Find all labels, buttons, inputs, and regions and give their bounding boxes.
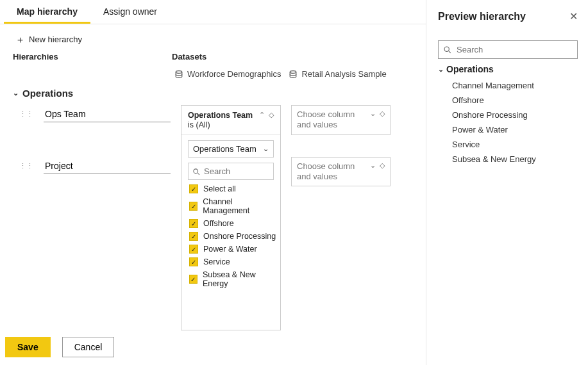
dropdown-header[interactable]: Operations Team is (All) ⌃ ◇ <box>181 106 280 135</box>
cancel-button[interactable]: Cancel <box>62 337 115 357</box>
checkbox-checked[interactable]: ✓ <box>189 275 197 284</box>
close-icon[interactable]: ✕ <box>569 10 578 22</box>
dropdown-scope: is (All) <box>188 120 210 129</box>
level-name-input[interactable] <box>44 158 171 174</box>
dataset-icon <box>289 70 298 79</box>
hierarchy-expander[interactable]: ⌄ Operations <box>13 84 73 105</box>
dropdown-option[interactable]: ✓ Select all <box>189 182 276 195</box>
hierarchy-name: Operations <box>22 88 73 99</box>
chevron-down-icon: ⌄ <box>438 65 444 74</box>
eraser-icon[interactable]: ◇ <box>269 111 274 119</box>
dropdown-option-label: Subsea & New Energy <box>203 270 276 288</box>
checkbox-checked[interactable]: ✓ <box>189 257 198 266</box>
choose-column-box[interactable]: Choose column and values ⌄ ◇ <box>291 105 391 135</box>
chevron-up-icon[interactable]: ⌃ <box>259 111 265 119</box>
eraser-icon[interactable]: ◇ <box>380 161 385 170</box>
preview-tree-root[interactable]: ⌄ Operations <box>438 64 578 74</box>
chevron-down-icon: ⌄ <box>263 145 269 153</box>
checkbox-checked[interactable]: ✓ <box>189 184 198 193</box>
dataset-item[interactable]: Workforce Demographics <box>174 69 281 79</box>
preview-child[interactable]: Onshore Processing <box>452 108 578 122</box>
datasets-heading: Datasets <box>172 52 206 61</box>
dropdown-options-list: ✓ Select all ✓ Channel Management ✓ Offs… <box>189 182 276 290</box>
svg-point-3 <box>444 47 449 51</box>
dataset-item[interactable]: Retail Analysis Sample <box>289 69 386 79</box>
dropdown-option[interactable]: ✓ Power & Water <box>189 243 276 256</box>
svg-point-1 <box>290 70 297 73</box>
level-name-input[interactable] <box>44 106 171 122</box>
preview-child[interactable]: Channel Management <box>452 78 578 93</box>
dropdown-option-label: Onshore Processing <box>203 232 276 241</box>
dropdown-title: Operations Team <box>188 111 253 120</box>
choose-column-line1: Choose column <box>297 110 355 119</box>
drag-handle-icon[interactable]: ⋮⋮ <box>19 110 33 118</box>
footer: Save Cancel <box>0 329 426 365</box>
checkbox-checked[interactable]: ✓ <box>189 202 197 211</box>
column-values-dropdown: Operations Team is (All) ⌃ ◇ Operations … <box>181 105 281 330</box>
dropdown-option-label: Select all <box>203 184 236 193</box>
dropdown-field-select[interactable]: Operations Team ⌄ <box>188 140 274 158</box>
checkbox-checked[interactable]: ✓ <box>189 245 198 254</box>
preview-title: Preview hierarchy <box>438 11 526 22</box>
dropdown-option[interactable]: ✓ Channel Management <box>189 195 276 217</box>
dataset-icon <box>174 70 183 79</box>
checkbox-checked[interactable]: ✓ <box>189 232 198 241</box>
preview-children: Channel Management Offshore Onshore Proc… <box>438 78 578 166</box>
hierarchies-heading: Hierarchies <box>13 52 172 61</box>
dropdown-option-label: Channel Management <box>203 197 276 215</box>
chevron-down-icon[interactable]: ⌄ <box>370 110 376 118</box>
dataset-label: Workforce Demographics <box>187 69 281 79</box>
columns-header: Hierarchies Datasets <box>0 52 426 64</box>
drag-handle-icon[interactable]: ⋮⋮ <box>19 162 33 170</box>
preview-search-input[interactable] <box>455 44 573 55</box>
preview-child[interactable]: Subsea & New Energy <box>452 152 578 166</box>
tab-map-hierarchy[interactable]: Map hierarchy <box>4 0 90 24</box>
preview-child[interactable]: Offshore <box>452 93 578 108</box>
chevron-down-icon: ⌄ <box>13 89 19 97</box>
dropdown-option[interactable]: ✓ Service <box>189 256 276 268</box>
dropdown-search-input[interactable] <box>203 166 313 177</box>
datasets-row: Workforce Demographics Retail Analysis S… <box>0 64 426 84</box>
plus-icon: ＋ <box>15 35 25 44</box>
dataset-label: Retail Analysis Sample <box>301 69 386 79</box>
search-icon <box>443 45 451 54</box>
choose-column-line2: and values <box>297 120 337 129</box>
dropdown-option-label: Offshore <box>203 219 234 228</box>
dropdown-option[interactable]: ✓ Subsea & New Energy <box>189 268 276 290</box>
dropdown-option-label: Power & Water <box>203 245 257 254</box>
dropdown-option[interactable]: ✓ Onshore Processing <box>189 230 276 243</box>
preview-child[interactable]: Service <box>452 137 578 152</box>
search-icon <box>192 168 200 175</box>
preview-search[interactable] <box>438 40 578 59</box>
tab-assign-owner[interactable]: Assign owner <box>90 0 170 24</box>
chevron-down-icon[interactable]: ⌄ <box>370 161 376 170</box>
new-hierarchy-button[interactable]: ＋ New hierarchy <box>0 24 95 52</box>
dropdown-option[interactable]: ✓ Offshore <box>189 217 276 230</box>
save-button[interactable]: Save <box>5 337 51 357</box>
dropdown-option-label: Service <box>203 257 230 266</box>
dropdown-search[interactable] <box>188 163 274 180</box>
preview-root-label: Operations <box>446 64 494 74</box>
svg-point-0 <box>176 70 182 73</box>
tabs: Map hierarchy Assign owner <box>0 0 426 24</box>
preview-child[interactable]: Power & Water <box>452 122 578 137</box>
new-hierarchy-label: New hierarchy <box>29 35 82 44</box>
eraser-icon[interactable]: ◇ <box>380 110 385 118</box>
svg-point-2 <box>194 168 198 173</box>
checkbox-checked[interactable]: ✓ <box>189 219 198 228</box>
dropdown-field-value: Operations Team <box>193 144 256 154</box>
preview-panel: Preview hierarchy ✕ ⌄ Operations Channel… <box>426 0 588 365</box>
